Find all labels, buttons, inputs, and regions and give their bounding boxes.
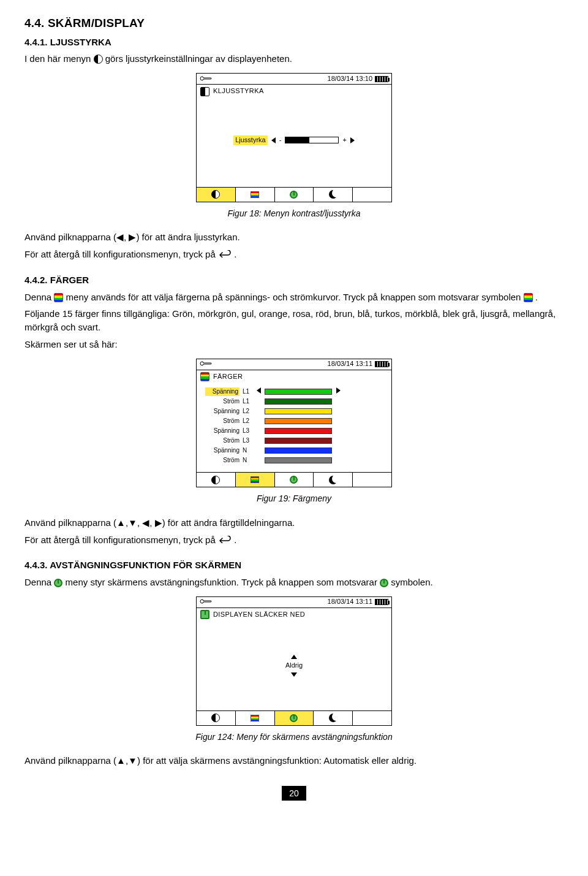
back-a: För att återgå till konfigurationsmenyn,… [24,249,218,259]
fig19-footbar [197,472,391,487]
color-row[interactable]: SpänningL3 [205,426,383,435]
use-arrows-lr: Använd pilknapparna (◀, ▶) för att ändra… [24,230,564,244]
intro-441-b: görs ljusstyrkeinställningar av displaye… [105,53,292,64]
arrow-right-icon[interactable] [350,137,355,143]
use-arrows-ud: Använd pilknapparna (▲,▼) för att välja … [24,754,564,767]
color-swatch[interactable] [265,438,332,444]
color-swatch[interactable] [265,408,332,414]
foot-night-button[interactable] [313,711,352,725]
plus-label: + [342,135,346,145]
p442-intro: Denna meny används för att välja färgern… [24,291,564,304]
heading-4-4: 4.4. SKÄRM/DISPLAY [24,15,564,32]
fig18-titlebar: KLJUSSTYRKA [197,85,391,98]
contrast-icon [200,87,209,96]
power-icon [290,714,298,722]
color-swatch[interactable] [265,457,332,463]
foot-empty-button[interactable] [352,473,391,487]
color-swatch[interactable] [265,428,332,434]
color-row-channel: L2 [243,417,252,426]
color-row-name: Ström [205,397,239,406]
fig19-datetime: 18/03/14 13:11 [328,359,372,369]
colors-icon [251,715,259,722]
color-row[interactable]: StrömN [205,455,383,465]
use-arrows-all: Använd pilknapparna (▲,▼, ◀, ▶) för att … [24,516,564,530]
foot-night-button[interactable] [313,188,352,202]
p443-b: meny styr skärmens avstängningsfunktion.… [66,577,380,587]
foot-contrast-button[interactable] [197,473,235,487]
foot-colors-button[interactable] [235,188,274,202]
color-swatch[interactable] [265,418,332,424]
brightness-label: Ljusstyrka [233,135,268,145]
shutdown-value: Aldrig [285,661,303,671]
foot-contrast-button[interactable] [197,711,235,725]
color-row-name: Spänning [205,427,239,436]
p442-b: meny används för att välja färgerna på s… [66,292,524,302]
foot-colors-button[interactable] [235,473,274,487]
color-row-channel: L1 [243,387,252,397]
fig124-headbar: 18/03/14 13:11 [197,597,391,608]
wrench-icon [200,599,213,605]
fig124-title: DISPLAYEN SLÄCKER NED [213,610,305,620]
power-icon [290,476,298,484]
color-row[interactable]: SpänningL2 [205,406,383,416]
color-row[interactable]: StrömL1 [205,397,383,406]
foot-night-button[interactable] [313,473,352,487]
fig124-caption: Figur 124: Meny för skärmens avstängning… [24,731,564,743]
battery-icon [375,76,388,82]
color-row-channel: L3 [243,427,252,436]
colors-icon [251,191,259,198]
foot-empty-button[interactable] [352,188,391,202]
arrow-left-icon[interactable] [255,387,262,397]
fig18-datetime: 18/03/14 13:10 [328,74,372,84]
color-row-channel: L1 [243,397,252,406]
minus-label: - [279,135,282,145]
color-swatch[interactable] [265,398,332,405]
fig19-titlebar: FÄRGER [197,370,391,384]
heading-4-4-2: 4.4.2. FÄRGER [24,273,564,287]
fig18-footbar [197,187,391,202]
wrench-icon [200,361,213,367]
color-row[interactable]: SpänningN [205,446,383,455]
brightness-bar[interactable] [285,137,339,143]
arrow-up-icon[interactable] [291,655,297,659]
foot-power-button[interactable] [274,711,314,725]
color-row[interactable]: StrömL2 [205,416,383,425]
p443-intro: Denna meny styr skärmens avstängningsfun… [24,576,564,589]
foot-power-button[interactable] [274,188,314,202]
colors-icon [524,293,533,302]
back-to-config-19: För att återgå till konfigurationsmenyn,… [24,533,564,547]
fig124-titlebar: DISPLAYEN SLÄCKER NED [197,608,391,622]
fig18-title: KLJUSSTYRKA [213,86,264,96]
fig18-headbar: 18/03/14 13:10 [197,74,391,85]
color-row[interactable]: StrömL3 [205,436,383,445]
contrast-icon [94,55,103,64]
moon-icon [329,714,337,722]
colors-icon [200,372,209,381]
color-row-name: Spänning [205,407,239,416]
arrow-left-icon[interactable] [271,137,276,143]
color-swatch[interactable] [265,448,332,454]
foot-power-button[interactable] [274,473,314,487]
p442-a: Denna [24,292,54,302]
power-icon [200,610,209,619]
contrast-icon [211,714,220,722]
return-icon [218,249,234,259]
foot-contrast-button[interactable] [197,188,235,202]
arrow-down-icon[interactable] [291,672,297,677]
foot-colors-button[interactable] [235,711,274,725]
back-to-config-18: För att återgå till konfigurationsmenyn,… [24,248,564,261]
arrow-right-icon[interactable] [335,387,341,397]
p443-a: Denna [24,577,54,587]
color-swatch[interactable] [265,389,332,395]
color-row[interactable]: SpänningL1 [205,387,383,396]
color-row-name: Ström [205,417,239,426]
back-b: . [234,249,236,259]
heading-4-4-1: 4.4.1. LJUSSTYRKA [24,36,564,49]
intro-441: I den här menyn görs ljusstyrkeinställni… [24,52,564,66]
fig124-body: Aldrig [197,622,391,710]
color-row-name: Ström [205,456,239,465]
foot-empty-button[interactable] [352,711,391,725]
screen-looks: Skärmen ser ut så här: [24,338,564,351]
color-row-name: Ström [205,436,239,446]
page-number: 20 [282,786,306,801]
